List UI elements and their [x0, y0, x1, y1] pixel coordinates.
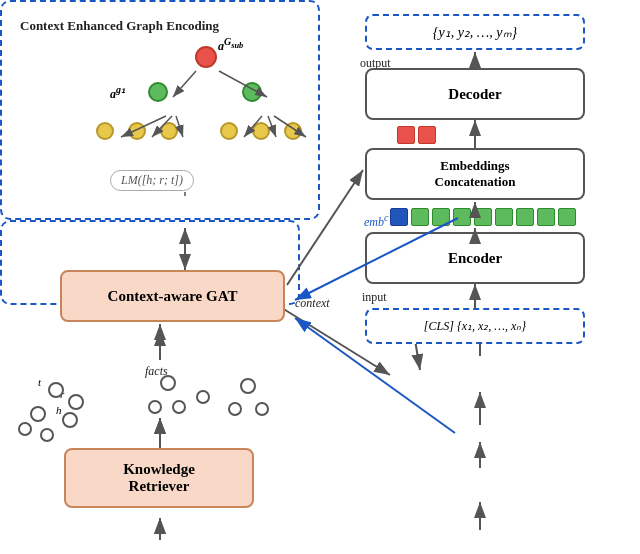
- fact-node-6: [40, 428, 54, 442]
- embc-green-1: [411, 208, 429, 226]
- output-seq-label: {y₁, y₂, …, yₘ}: [433, 24, 517, 41]
- embc-strip: [390, 208, 576, 226]
- diagram-container: {y₁, y₂, …, yₘ} output Decoder Embedding…: [0, 0, 640, 554]
- a-gsub-label: aGsub: [218, 36, 243, 54]
- red-sq-1: [397, 126, 415, 144]
- embc-label: embc: [364, 212, 388, 230]
- fact-node-9: [172, 400, 186, 414]
- embeddings-concat-box: EmbeddingsConcatenation: [365, 148, 585, 200]
- yellow-node-6: [284, 122, 302, 140]
- green-node-1: [148, 82, 168, 102]
- a-g1-label: ag₁: [110, 84, 125, 102]
- fact-node-2: [68, 394, 84, 410]
- yellow-node-4: [220, 122, 238, 140]
- yellow-node-1: [96, 122, 114, 140]
- embc-green-3: [453, 208, 471, 226]
- lm-label-box: LM([h; r; t]): [110, 170, 194, 191]
- fact-node-13: [255, 402, 269, 416]
- yellow-node-5: [252, 122, 270, 140]
- embc-blue-sq: [390, 208, 408, 226]
- t-label: t: [38, 376, 41, 388]
- fact-node-10: [196, 390, 210, 404]
- svg-line-15: [415, 340, 420, 370]
- green-node-2: [242, 82, 262, 102]
- fact-node-7: [160, 375, 176, 391]
- fact-node-11: [240, 378, 256, 394]
- red-sq-2: [418, 126, 436, 144]
- fact-node-1: [48, 382, 64, 398]
- encoder-box: Encoder: [365, 232, 585, 284]
- root-node: [195, 46, 217, 68]
- embc-green-6: [516, 208, 534, 226]
- embc-green-4: [474, 208, 492, 226]
- yellow-node-2: [128, 122, 146, 140]
- fact-node-4: [30, 406, 46, 422]
- input-label: input: [362, 290, 387, 305]
- output-sequence-box: {y₁, y₂, …, yₘ}: [365, 14, 585, 50]
- context-gat-box: Context-aware GAT: [60, 270, 285, 322]
- context-label: context: [295, 296, 330, 311]
- embc-green-2: [432, 208, 450, 226]
- input-sequence-box: [CLS] {x₁, x₂, …, xₙ}: [365, 308, 585, 344]
- fact-node-5: [18, 422, 32, 436]
- embc-green-7: [537, 208, 555, 226]
- fact-node-12: [228, 402, 242, 416]
- red-squares-strip: [397, 126, 436, 144]
- embc-green-5: [495, 208, 513, 226]
- yellow-node-3: [160, 122, 178, 140]
- fact-node-8: [148, 400, 162, 414]
- h-label: h: [56, 404, 62, 416]
- knowledge-retriever-box: KnowledgeRetriever: [64, 448, 254, 508]
- fact-node-3: [62, 412, 78, 428]
- context-graph-title: Context Enhanced Graph Encoding: [20, 18, 219, 34]
- decoder-box: Decoder: [365, 68, 585, 120]
- embc-green-8: [558, 208, 576, 226]
